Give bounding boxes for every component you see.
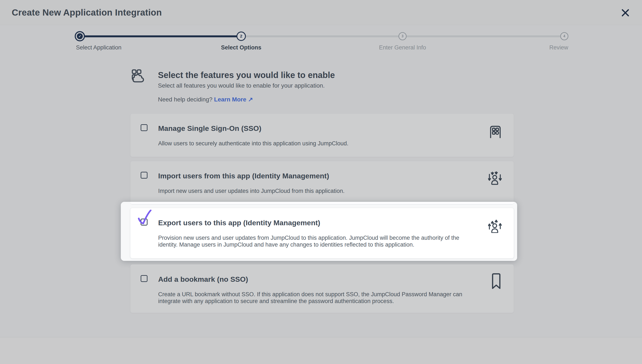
dialog-footer: Cancel Back Next bbox=[0, 337, 642, 364]
feature-card-sso[interactable]: Manage Single Sign-On (SSO) Allow users … bbox=[130, 114, 514, 157]
sso-app-grid-icon bbox=[489, 125, 502, 138]
section-subheading: Select all features you would like to en… bbox=[158, 82, 325, 89]
close-button[interactable] bbox=[620, 7, 631, 18]
feature-title: Add a bookmark (no SSO) bbox=[158, 275, 248, 284]
bookmark-checkbox[interactable] bbox=[141, 275, 147, 282]
create-application-dialog: Create New Application Integration ✓ 2 3… bbox=[0, 0, 642, 364]
feature-description: Provision new users and user updates fro… bbox=[158, 234, 474, 248]
step-circle-enter-general-info: 3 bbox=[398, 32, 406, 40]
feature-card-export-users[interactable]: Export users to this app (Identity Manag… bbox=[130, 208, 514, 258]
card-above-edge bbox=[130, 202, 514, 204]
cloud-apps-icon bbox=[131, 69, 144, 83]
export-users-checkbox[interactable] bbox=[141, 219, 147, 226]
feature-title: Export users to this app (Identity Manag… bbox=[158, 219, 320, 227]
step-circle-select-application: ✓ bbox=[75, 31, 85, 41]
feature-title: Import users from this app (Identity Man… bbox=[158, 172, 329, 180]
tutorial-spotlight-export-card: Export users to this app (Identity Manag… bbox=[121, 202, 517, 261]
feature-title: Manage Single Sign-On (SSO) bbox=[158, 124, 262, 132]
help-text: Need help deciding? Learn More ↗ bbox=[158, 96, 253, 103]
step-label-enter-general-info: Enter General Info bbox=[379, 44, 426, 51]
feature-description: Import new users and user updates into J… bbox=[158, 188, 344, 194]
bookmark-icon bbox=[492, 273, 501, 290]
learn-more-link[interactable]: Learn More bbox=[214, 96, 246, 103]
feature-description: Allow users to securely authenticate int… bbox=[158, 140, 349, 147]
step-label-select-options: Select Options bbox=[221, 44, 261, 51]
feature-card-import-users[interactable]: Import users from this app (Identity Man… bbox=[130, 161, 514, 204]
help-prompt: Need help deciding? bbox=[158, 96, 214, 103]
dialog-header: Create New Application Integration bbox=[0, 0, 642, 25]
step-label-review: Review bbox=[549, 44, 568, 51]
import-users-checkbox[interactable] bbox=[141, 172, 147, 178]
external-link-icon: ↗ bbox=[248, 96, 253, 103]
step-complete-check-icon: ✓ bbox=[77, 33, 83, 39]
feature-card-bookmark[interactable]: Add a bookmark (no SSO) Create a URL boo… bbox=[130, 264, 514, 313]
step-circle-select-options: 2 bbox=[237, 32, 246, 41]
stepper-track-progress bbox=[80, 36, 242, 37]
export-users-icon bbox=[488, 219, 502, 233]
page-title: Create New Application Integration bbox=[12, 8, 162, 18]
sso-checkbox[interactable] bbox=[141, 124, 147, 131]
feature-description: Create a URL bookmark without SSO. If th… bbox=[158, 291, 474, 304]
step-label-select-application: Select Application bbox=[76, 44, 121, 51]
section-heading: Select the features you would like to en… bbox=[158, 70, 335, 80]
step-circle-review: 4 bbox=[560, 32, 568, 40]
close-icon bbox=[621, 8, 630, 17]
import-users-icon bbox=[488, 171, 502, 185]
